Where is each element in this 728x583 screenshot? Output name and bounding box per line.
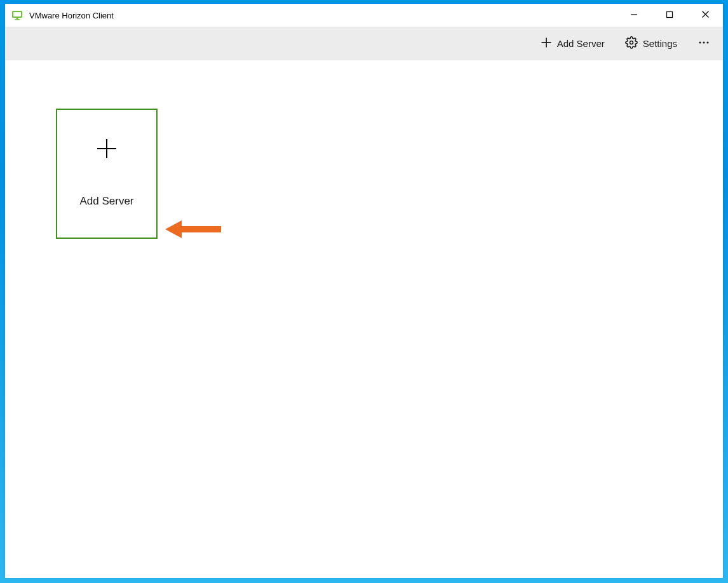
window-controls bbox=[616, 4, 723, 27]
more-icon bbox=[698, 36, 710, 51]
maximize-button[interactable] bbox=[652, 4, 687, 27]
svg-point-13 bbox=[706, 41, 708, 43]
svg-point-12 bbox=[703, 41, 704, 43]
svg-point-10 bbox=[630, 41, 633, 44]
app-window: VMware Horizon Client bbox=[5, 4, 723, 578]
plus-icon bbox=[96, 138, 118, 159]
svg-rect-5 bbox=[667, 11, 673, 17]
svg-rect-2 bbox=[17, 18, 18, 19]
minimize-icon bbox=[630, 11, 638, 20]
svg-rect-1 bbox=[13, 12, 21, 17]
svg-rect-3 bbox=[15, 19, 20, 20]
gear-icon bbox=[625, 36, 638, 51]
plus-icon bbox=[541, 37, 552, 50]
add-server-button[interactable]: Add Server bbox=[532, 32, 614, 55]
close-button[interactable] bbox=[687, 4, 723, 27]
annotation-arrow-icon bbox=[165, 218, 222, 243]
minimize-button[interactable] bbox=[616, 4, 652, 27]
window-title: VMware Horizon Client bbox=[29, 11, 616, 20]
add-server-tile-label: Add Server bbox=[79, 195, 133, 208]
close-icon bbox=[701, 10, 710, 20]
svg-point-11 bbox=[699, 41, 701, 43]
titlebar: VMware Horizon Client bbox=[5, 4, 723, 27]
settings-button[interactable]: Settings bbox=[616, 31, 686, 56]
app-icon bbox=[11, 10, 23, 21]
add-server-tile[interactable]: Add Server bbox=[56, 109, 158, 239]
toolbar: Add Server Settings bbox=[5, 27, 723, 60]
maximize-icon bbox=[666, 11, 673, 20]
settings-label: Settings bbox=[643, 38, 677, 49]
more-button[interactable] bbox=[689, 31, 719, 57]
content-area: Add Server bbox=[5, 60, 723, 578]
add-server-label: Add Server bbox=[557, 38, 605, 49]
svg-marker-17 bbox=[165, 220, 182, 238]
